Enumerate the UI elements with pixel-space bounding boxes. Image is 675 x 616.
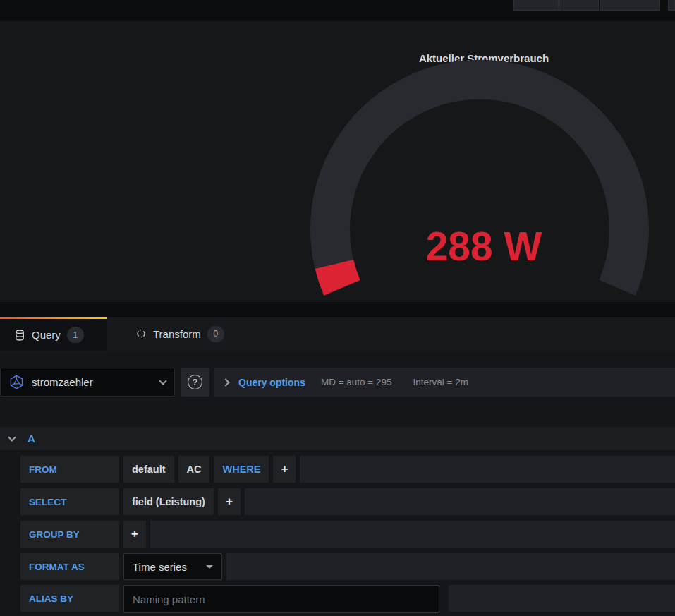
top-toolbar (0, 0, 675, 21)
gauge-chart: 288 W (0, 21, 675, 302)
panel-preview: Aktueller Stromverbrauch 288 W (0, 21, 675, 302)
tab-query-count-badge: 1 (67, 327, 84, 343)
format-as-select[interactable]: Time series (123, 553, 222, 580)
query-ref-id: A (28, 433, 35, 445)
add-select-button[interactable]: + (218, 488, 241, 515)
groupby-label[interactable]: GROUP BY (20, 521, 119, 548)
tab-transform-count-badge: 0 (207, 326, 224, 342)
chevron-down-icon (159, 377, 166, 385)
collapse-chevron-icon (8, 433, 16, 441)
tab-query-label: Query (32, 329, 61, 341)
query-row-from: FROM default AC WHERE + (20, 456, 675, 483)
tab-query[interactable]: Query 1 (0, 317, 107, 351)
active-tab-indicator (0, 317, 107, 319)
where-keyword-part[interactable]: WHERE (214, 456, 269, 483)
aliasby-label[interactable]: ALIAS BY (20, 585, 119, 612)
query-row-groupby: GROUP BY + (20, 521, 675, 548)
toolbar-button[interactable] (559, 0, 599, 11)
query-row-aliasby: ALIAS BY (20, 585, 675, 612)
datasource-help-button[interactable]: ? (181, 368, 209, 397)
select-field-part[interactable]: field (Leistung) (123, 488, 214, 515)
toolbar-button[interactable] (668, 0, 675, 11)
chevron-right-icon (221, 378, 229, 386)
from-policy-part[interactable]: default (123, 456, 174, 483)
editor-tabbar: Query 1 Transform 0 (0, 317, 675, 351)
datasource-name: stromzaehler (32, 376, 152, 388)
toolbar-button[interactable] (513, 0, 559, 11)
query-options-toggle[interactable]: Query options MD = auto = 295 Interval =… (214, 368, 675, 397)
gauge-value-arc (334, 265, 342, 288)
divider-strip (0, 302, 675, 317)
query-options-label: Query options (238, 377, 305, 388)
row-filler (245, 488, 675, 515)
interval-summary: Interval = 2m (413, 377, 468, 387)
tab-transform[interactable]: Transform 0 (124, 317, 236, 351)
add-groupby-button[interactable]: + (123, 521, 146, 548)
select-label[interactable]: SELECT (20, 488, 119, 515)
format-as-value: Time series (133, 561, 206, 573)
query-row-select: SELECT field (Leistung) + (20, 488, 675, 515)
row-filler (150, 521, 675, 548)
datasource-picker[interactable]: stromzaehler (0, 368, 175, 397)
gap (444, 585, 444, 612)
row-filler (449, 585, 675, 612)
query-row-header[interactable]: A (0, 427, 675, 450)
row-filler (300, 456, 675, 483)
formatas-label[interactable]: FORMAT AS (20, 553, 119, 580)
add-where-button[interactable]: + (273, 456, 296, 483)
query-row-formatas: FORMAT AS Time series (20, 553, 675, 580)
from-label[interactable]: FROM (20, 456, 119, 483)
row-filler (226, 553, 675, 580)
help-icon: ? (188, 375, 202, 389)
max-datapoints-summary: MD = auto = 295 (321, 377, 392, 387)
database-icon (14, 330, 25, 341)
gauge-value: 288 W (426, 224, 542, 269)
alias-by-input[interactable] (123, 585, 439, 613)
process-icon (135, 328, 147, 339)
caret-down-icon (206, 565, 213, 569)
from-measurement-part[interactable]: AC (178, 456, 210, 483)
tab-transform-label: Transform (153, 328, 201, 340)
toolbar-button[interactable] (600, 0, 660, 11)
query-editor-pane: stromzaehler ? Query options MD = auto =… (0, 351, 675, 616)
influxdb-icon (9, 375, 24, 389)
